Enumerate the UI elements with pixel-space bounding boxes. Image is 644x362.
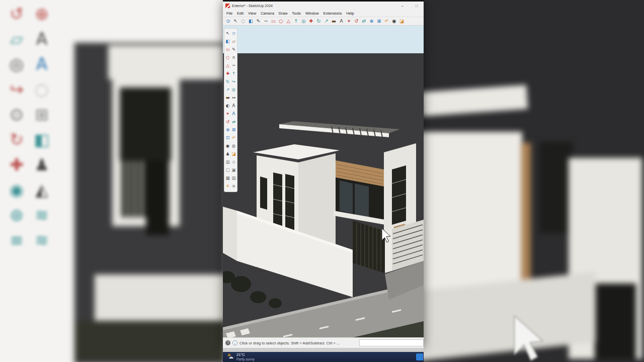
balcony-glass-1[interactable] [340,180,353,214]
help-icon[interactable]: ? [225,340,230,345]
bg-cursor-arrow [508,316,553,362]
monochrome-icon[interactable]: ▤ [231,174,237,183]
xray-icon[interactable]: ▥ [225,158,231,166]
axes-icon[interactable]: ✶ [345,17,353,25]
position-camera-icon[interactable]: ◉ [390,17,398,25]
polygon-tool-icon[interactable]: △ [225,62,231,70]
hidden-line-icon[interactable]: □ [225,166,231,174]
taskbar-app-icon[interactable] [416,353,423,360]
desktop-strip [223,348,424,352]
background-blur-left: ↺⊕▱A◎A↪◌⊙⊞↻◧✚♟◉◭⊛≋≡≋ [0,0,223,362]
menu-item[interactable]: Extensions [324,11,342,16]
tape-measure-icon[interactable]: ▬ [330,17,338,25]
tape-measure-tool-icon[interactable]: ▬ [225,94,231,102]
menu-item[interactable]: Help [346,11,354,16]
orbit-tool-icon[interactable]: ↺ [225,118,231,126]
rotate-tool-icon[interactable]: ↻ [225,78,231,86]
lasso-icon[interactable]: ◌ [239,17,247,25]
rotate-icon[interactable]: ↻ [315,17,323,25]
previous-icon[interactable]: ↶ [231,134,237,142]
shaded-icon[interactable]: ▣ [231,166,237,174]
bg-wood-strip [521,143,531,280]
freehand-icon[interactable]: ~ [262,17,270,25]
spinner-icon: ◌ [29,77,54,103]
measurements-input[interactable] [359,339,424,346]
sky [223,26,424,53]
3d-viewport[interactable]: ↖◇◧▱▭✎○∩△~✚↑↻↪↗◎▬↔◐A✶A↺⇄⊕⊞⊡↶◉◎♟◪▥◇□▣▦▤☀≋ [223,26,424,337]
freehand-tool-icon[interactable]: ~ [231,62,237,70]
eraser-tool-icon[interactable]: ▱ [231,38,237,46]
select-tool-icon[interactable]: ↖ [225,30,231,38]
menu-item[interactable]: Draw [279,11,288,16]
pan-icon[interactable]: ⇄ [360,17,368,25]
axes-tool-icon[interactable]: ✶ [225,110,231,118]
push-pull-icon[interactable]: ↑ [292,17,300,25]
push-pull-tool-icon[interactable]: ↑ [231,70,237,78]
weather-icon[interactable]: ☀ ☁ [227,353,234,360]
position-camera-tool-icon[interactable]: ◉ [225,142,231,150]
camera-cone-icon: ◭ [29,178,54,203]
window-column[interactable] [392,165,406,225]
window-small[interactable] [260,176,267,210]
weather-widget[interactable]: 21°C Partly sunny [236,353,255,361]
shaded-textures-icon[interactable]: ▦ [225,174,231,183]
select-icon[interactable]: ↖ [232,17,239,25]
paint-bucket-tool-icon[interactable]: ◧ [225,38,231,46]
shadows-icon[interactable]: ☀ [225,183,231,191]
rectangle-icon[interactable]: ▭ [270,17,277,25]
arc-tool-icon[interactable]: ∩ [231,54,237,62]
geolocation-icon[interactable]: i [232,340,237,345]
offset-icon[interactable]: ◎ [300,17,307,25]
video-frame: ↺⊕▱A◎A↪◌⊙⊞↻◧✚♟◉◭⊛≋≡≋ Exterior* - SketchU… [0,0,644,362]
model-canvas[interactable] [223,26,424,337]
maximize-button[interactable]: □ [410,2,424,10]
menu-item[interactable]: File [226,11,232,16]
walk-icon[interactable]: ♟ [225,150,231,158]
menu-item[interactable]: Tools [292,11,301,16]
wireframe-icon[interactable]: ◇ [231,158,237,166]
zoom-extents-icon[interactable]: ⊞ [375,17,383,25]
orbit-icon[interactable]: ↺ [353,17,360,25]
fence-wall-return[interactable] [223,207,237,261]
section-plane-tool-icon[interactable]: ◪ [231,150,237,158]
fog-icon[interactable]: ≋ [231,183,237,191]
offset-tool-icon[interactable]: ◎ [231,86,237,94]
zoom-icon[interactable]: ⊕ [368,17,375,25]
minimize-button[interactable]: – [395,2,410,10]
scale-icon[interactable]: ↗ [323,17,330,25]
text-tool-icon[interactable]: A [231,102,237,110]
zoom-extents-tool-icon[interactable]: ⊡ [225,134,231,142]
3d-text-icon[interactable]: A [231,110,237,118]
rotate-icon: ↻ [4,128,29,153]
polygon-icon[interactable]: △ [285,17,292,25]
rectangle-tool-icon[interactable]: ▭ [225,46,231,54]
tool-palette: ↖◇◧▱▭✎○∩△~✚↑↻↪↗◎▬↔◐A✶A↺⇄⊕⊞⊡↶◉◎♟◪▥◇□▣▦▤☀≋ [224,28,237,192]
scale-tool-icon[interactable]: ↗ [225,86,231,94]
zoom-tool-icon[interactable]: ⊕ [225,126,231,134]
circle-tool-icon[interactable]: ○ [225,54,231,62]
look-around-icon[interactable]: ◎ [231,142,237,150]
move-icon[interactable]: ✚ [307,17,315,25]
menu-item[interactable]: Camera [261,11,274,16]
menu-item[interactable]: Edit [237,11,244,16]
pan-tool-icon[interactable]: ⇄ [231,118,237,126]
paint-bucket-icon[interactable]: ◧ [247,17,255,25]
dimension-icon[interactable]: ↔ [231,94,237,102]
make-component-icon[interactable]: ◇ [231,30,237,38]
weather-temp: 21°C [236,353,255,357]
menu-item[interactable]: Window [305,11,319,16]
titlebar[interactable]: Exterior* - SketchUp 2024 – □ [223,2,424,10]
text-icon[interactable]: A [338,17,345,25]
move-tool-icon[interactable]: ✚ [225,70,231,78]
line-tool-icon[interactable]: ✎ [231,46,237,54]
balcony-glass-2[interactable] [355,184,369,218]
previous-view-icon[interactable]: ↶ [383,17,390,25]
line-icon[interactable]: ✎ [255,17,262,25]
protractor-icon[interactable]: ◐ [225,102,231,110]
search-icon[interactable]: ⊙ [224,17,232,25]
menu-item[interactable]: View [248,11,256,16]
section-plane-icon[interactable]: ◪ [398,17,406,25]
follow-me-icon[interactable]: ↪ [231,78,237,86]
circle-icon[interactable]: ○ [277,17,285,25]
zoom-window-icon[interactable]: ⊞ [231,126,237,134]
